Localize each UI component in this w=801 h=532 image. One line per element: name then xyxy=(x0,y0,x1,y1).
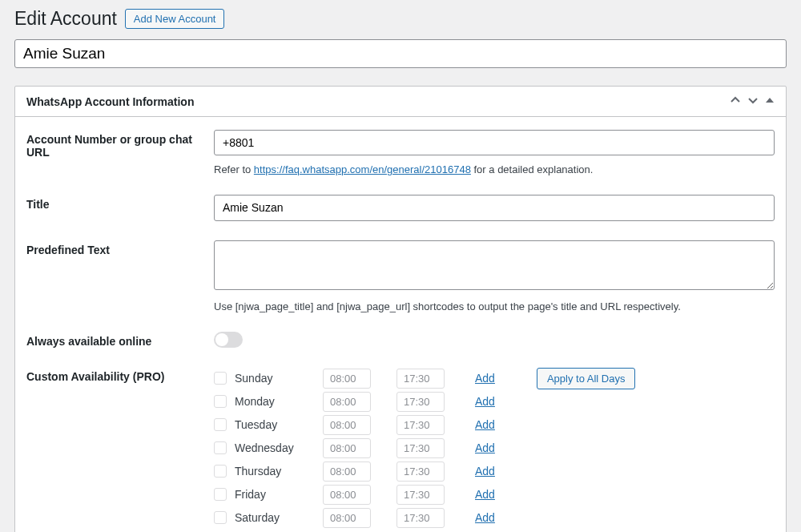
panel-title: WhatsApp Account Information xyxy=(26,95,194,108)
day-checkbox[interactable] xyxy=(214,418,227,431)
start-time-input[interactable] xyxy=(323,392,371,412)
day-checkbox[interactable] xyxy=(214,372,227,385)
day-name: Monday xyxy=(235,395,323,408)
always-online-toggle[interactable] xyxy=(214,332,243,348)
day-checkbox[interactable] xyxy=(214,511,227,524)
predefined-text-help: Use [njwa_page_title] and [njwa_page_url… xyxy=(214,300,775,312)
panel-collapse-icon[interactable] xyxy=(765,95,775,108)
help-prefix: Refer to xyxy=(214,163,254,175)
day-name: Sunday xyxy=(235,372,323,385)
day-name: Wednesday xyxy=(235,441,323,454)
add-time-link[interactable]: Add xyxy=(475,465,495,478)
account-info-panel: WhatsApp Account Information Account Num… xyxy=(14,86,787,532)
availability-row: SundayAddApply to All Days xyxy=(214,367,775,390)
day-checkbox[interactable] xyxy=(214,465,227,478)
end-time-input[interactable] xyxy=(396,485,445,505)
day-name: Friday xyxy=(235,488,323,501)
availability-row: MondayAdd xyxy=(214,390,775,413)
availability-row: ThursdayAdd xyxy=(214,460,775,483)
end-time-input[interactable] xyxy=(396,461,445,482)
add-time-link[interactable]: Add xyxy=(475,418,495,431)
add-time-link[interactable]: Add xyxy=(475,511,495,524)
start-time-input[interactable] xyxy=(323,369,371,389)
help-suffix: for a detailed explanation. xyxy=(471,163,594,175)
add-time-link[interactable]: Add xyxy=(475,372,495,385)
start-time-input[interactable] xyxy=(323,461,371,482)
day-checkbox[interactable] xyxy=(214,488,227,501)
account-number-label: Account Number or group chat URL xyxy=(26,130,214,159)
custom-availability-label: Custom Availability (PRO) xyxy=(26,367,214,383)
day-checkbox[interactable] xyxy=(214,395,227,408)
end-time-input[interactable] xyxy=(396,392,445,412)
start-time-input[interactable] xyxy=(323,438,371,458)
add-time-link[interactable]: Add xyxy=(475,441,495,454)
apply-all-days-button[interactable]: Apply to All Days xyxy=(537,368,636,389)
panel-move-up-icon[interactable] xyxy=(730,95,741,108)
add-time-link[interactable]: Add xyxy=(475,488,495,501)
availability-row: FridayAdd xyxy=(214,483,775,506)
title-label: Title xyxy=(26,195,214,211)
availability-row: WednesdayAdd xyxy=(214,437,775,460)
day-checkbox[interactable] xyxy=(214,441,227,454)
availability-row: TuesdayAdd xyxy=(214,413,775,437)
page-title: Edit Account xyxy=(14,8,117,30)
start-time-input[interactable] xyxy=(323,485,371,505)
start-time-input[interactable] xyxy=(323,508,371,528)
day-name: Saturday xyxy=(235,511,323,524)
end-time-input[interactable] xyxy=(396,508,445,528)
always-online-label: Always available online xyxy=(26,332,214,348)
end-time-input[interactable] xyxy=(396,415,445,435)
day-name: Thursday xyxy=(235,465,323,478)
whatsapp-faq-link[interactable]: https://faq.whatsapp.com/en/general/2101… xyxy=(254,163,471,175)
account-name-input[interactable] xyxy=(14,39,787,68)
predefined-text-textarea[interactable] xyxy=(214,240,775,290)
add-time-link[interactable]: Add xyxy=(475,395,495,408)
panel-move-down-icon[interactable] xyxy=(747,95,759,108)
predefined-text-label: Predefined Text xyxy=(26,240,214,256)
account-number-help: Refer to https://faq.whatsapp.com/en/gen… xyxy=(214,163,775,175)
end-time-input[interactable] xyxy=(396,369,445,389)
end-time-input[interactable] xyxy=(396,438,445,458)
start-time-input[interactable] xyxy=(323,415,371,435)
add-new-account-button[interactable]: Add New Account xyxy=(125,9,225,29)
account-number-input[interactable] xyxy=(214,130,775,155)
day-name: Tuesday xyxy=(235,418,323,431)
availability-row: SaturdayAdd xyxy=(214,506,775,530)
title-input[interactable] xyxy=(214,195,775,220)
